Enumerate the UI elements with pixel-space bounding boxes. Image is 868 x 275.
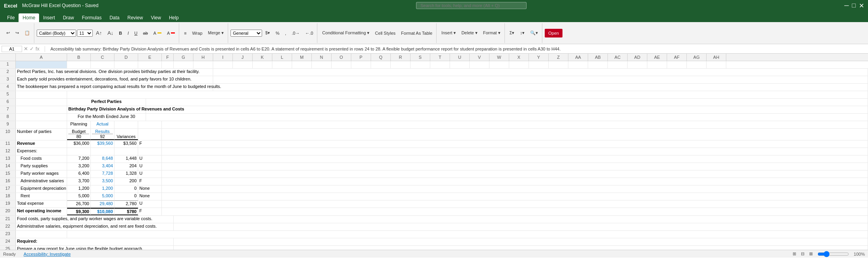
- increase-decimal-button[interactable]: .0→: [289, 30, 302, 37]
- cell-A15[interactable]: Party worker wages: [16, 170, 67, 178]
- cell-rest-22[interactable]: [174, 223, 868, 230]
- cell-D10[interactable]: Variances: [114, 129, 138, 140]
- row-header-23[interactable]: 23: [0, 231, 16, 238]
- row-header-17[interactable]: 17: [0, 185, 16, 193]
- cell-D16[interactable]: 200: [114, 178, 138, 185]
- col-header-D[interactable]: D: [114, 54, 138, 61]
- col-header-X[interactable]: X: [509, 54, 529, 61]
- row-header-5[interactable]: 5: [0, 91, 16, 98]
- tab-view[interactable]: View: [147, 13, 165, 22]
- cell-K1[interactable]: [253, 61, 272, 68]
- cell-rest-12[interactable]: [162, 148, 868, 155]
- italic-button[interactable]: I: [125, 30, 131, 37]
- cell-C17[interactable]: 1,200: [91, 185, 114, 193]
- cell-C1[interactable]: [91, 61, 114, 68]
- cell-B20[interactable]: $9,300: [67, 208, 91, 215]
- cell-A20[interactable]: Net operating income: [16, 208, 67, 215]
- col-header-AE[interactable]: AE: [647, 54, 667, 61]
- cell-D18[interactable]: 0: [114, 193, 138, 200]
- cell-AH1[interactable]: [707, 61, 726, 68]
- cell-E18[interactable]: None: [138, 193, 162, 200]
- cell-E11[interactable]: F: [138, 140, 162, 148]
- cell-A21[interactable]: Food costs, party supplies, and party wo…: [16, 216, 174, 223]
- find-button[interactable]: 🔍▾: [528, 29, 540, 37]
- cell-C14[interactable]: 3,404: [91, 163, 114, 170]
- cell-T1[interactable]: [430, 61, 450, 68]
- decrease-decimal-button[interactable]: ←.0: [303, 30, 315, 37]
- cell-D20[interactable]: $780: [114, 208, 138, 215]
- cell-A3[interactable]: Each party sold provides entertainment, …: [16, 76, 213, 83]
- clipboard-button[interactable]: 📋: [22, 29, 32, 37]
- cell-A24[interactable]: Required:: [16, 238, 174, 245]
- col-header-S[interactable]: S: [411, 54, 430, 61]
- col-header-T[interactable]: T: [430, 54, 450, 61]
- col-header-G[interactable]: G: [174, 54, 193, 61]
- tab-data[interactable]: Data: [105, 13, 123, 22]
- row-header-12[interactable]: 12: [0, 148, 16, 155]
- cell-B14[interactable]: 3,200: [67, 163, 91, 170]
- row-header-21[interactable]: 21: [0, 216, 16, 223]
- cell-rest-16[interactable]: [162, 178, 868, 185]
- comma-button[interactable]: ,: [283, 30, 289, 37]
- cell-A9[interactable]: [16, 121, 67, 128]
- cell-C18[interactable]: 5,000: [91, 193, 114, 200]
- col-header-A[interactable]: A: [16, 54, 67, 61]
- conditional-formatting-button[interactable]: Conditional Formatting ▾: [320, 29, 372, 37]
- row-header-10[interactable]: 10: [0, 129, 16, 140]
- cell-extra-3[interactable]: [213, 76, 868, 83]
- cell-E14[interactable]: U: [138, 163, 162, 170]
- cell-rest-8[interactable]: [146, 114, 868, 121]
- col-header-N[interactable]: N: [312, 54, 332, 61]
- cell-F1[interactable]: [162, 61, 174, 68]
- cell-D13[interactable]: 1,448: [114, 155, 138, 163]
- cell-rest-18[interactable]: [162, 193, 868, 200]
- cell-rest-6[interactable]: [146, 99, 868, 106]
- cell-W1[interactable]: [489, 61, 509, 68]
- undo-button[interactable]: ↩: [4, 29, 12, 37]
- cell-Y1[interactable]: [529, 61, 549, 68]
- merge-button[interactable]: Merge ▾: [206, 29, 226, 37]
- cell-C13[interactable]: 8,648: [91, 155, 114, 163]
- cell-E17[interactable]: None: [138, 185, 162, 193]
- cell-rest-10[interactable]: [162, 129, 868, 140]
- fill-color-button[interactable]: A: [151, 30, 164, 37]
- cell-AB1[interactable]: [588, 61, 608, 68]
- cell-rest-25[interactable]: [174, 246, 868, 250]
- delete-button[interactable]: Delete ▾: [459, 29, 480, 37]
- cell-C19[interactable]: 29,480: [91, 200, 114, 208]
- cell-E13[interactable]: U: [138, 155, 162, 163]
- cell-A5[interactable]: [16, 91, 67, 98]
- page-layout-icon[interactable]: ⊟: [801, 251, 804, 256]
- cell-rest-9[interactable]: [162, 121, 868, 128]
- cell-AF1[interactable]: [667, 61, 687, 68]
- cell-A2[interactable]: Perfect Parties, Inc. has several divisi…: [16, 69, 213, 76]
- cell-B9[interactable]: Planning: [67, 121, 91, 128]
- cell-C12[interactable]: [91, 148, 114, 155]
- col-header-O[interactable]: O: [332, 54, 351, 61]
- function-icon[interactable]: fx: [36, 46, 39, 52]
- tab-formulas[interactable]: Formulas: [78, 13, 105, 22]
- cell-A22[interactable]: Administrative salaries, equipment depre…: [16, 223, 174, 230]
- open-button[interactable]: Open: [545, 29, 562, 37]
- row-header-6[interactable]: 6: [0, 99, 16, 106]
- col-header-E[interactable]: E: [138, 54, 162, 61]
- cell-P1[interactable]: [351, 61, 371, 68]
- col-header-P[interactable]: P: [351, 54, 371, 61]
- zoom-slider[interactable]: [817, 251, 849, 257]
- row-header-3[interactable]: 3: [0, 76, 16, 83]
- row-header-15[interactable]: 15: [0, 170, 16, 178]
- cell-rest-24[interactable]: [174, 238, 868, 245]
- tab-insert[interactable]: Insert: [39, 13, 59, 22]
- font-family-select[interactable]: Calibri (Body): [37, 30, 76, 37]
- cell-rest-21[interactable]: [174, 216, 868, 223]
- col-header-AC[interactable]: AC: [608, 54, 628, 61]
- cell-A14[interactable]: Party supplies: [16, 163, 67, 170]
- insert-button[interactable]: Insert ▾: [439, 29, 458, 37]
- cell-rest-14[interactable]: [162, 163, 868, 170]
- col-header-R[interactable]: R: [391, 54, 411, 61]
- row-header-25[interactable]: 25: [0, 246, 16, 250]
- increase-font-button[interactable]: A↑: [94, 29, 104, 37]
- cell-J1[interactable]: [233, 61, 253, 68]
- col-header-Z[interactable]: Z: [549, 54, 568, 61]
- cell-C11[interactable]: $39,560: [91, 140, 114, 148]
